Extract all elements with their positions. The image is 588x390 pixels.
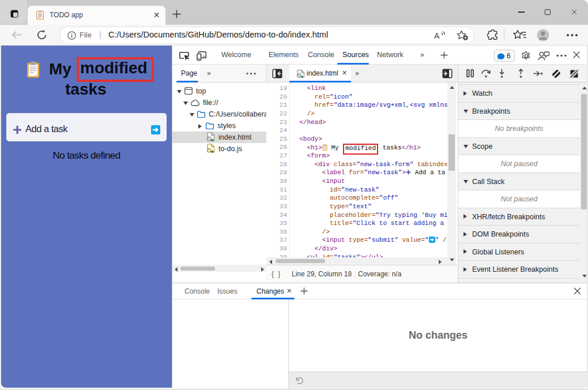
svg-text:A: A [434,31,440,40]
